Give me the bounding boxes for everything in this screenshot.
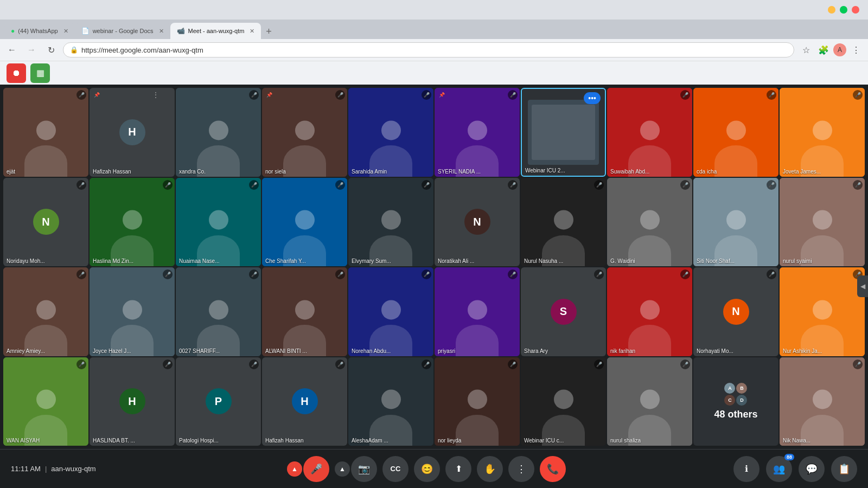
address-input[interactable]: 🔒 https://meet.google.com/aan-wuxg-qtm bbox=[63, 42, 794, 57]
participant-tile-22[interactable]: J 🎤 Joyce Hazel J... bbox=[90, 267, 175, 356]
participant-tile-36[interactable]: N 🎤 nor lieyda bbox=[435, 357, 520, 446]
ext-green-button[interactable]: ▦ bbox=[30, 63, 50, 83]
bookmark-button[interactable]: ☆ bbox=[799, 42, 814, 57]
mute-icon: 🎤 bbox=[422, 90, 431, 100]
participant-tile-26[interactable]: P 🎤 priyasri bbox=[435, 267, 520, 356]
participant-tile-10[interactable]: J 🎤 Joveta James... bbox=[780, 88, 865, 177]
maximize-button[interactable] bbox=[840, 6, 847, 14]
mute-icon: 🎤 bbox=[767, 180, 776, 190]
participant-tile-31[interactable]: W 🎤 WAN AISYAH bbox=[3, 357, 88, 446]
others-count: 48 others bbox=[714, 409, 757, 420]
more-options-button[interactable]: ⋮ bbox=[508, 456, 534, 482]
present-button[interactable]: ⬆ bbox=[445, 456, 471, 482]
participant-tile-2[interactable]: H 📌 ⋮ Hafizah Hassan bbox=[90, 88, 175, 177]
mute-icon: 🎤 bbox=[422, 180, 431, 190]
back-button[interactable]: ← bbox=[4, 42, 20, 57]
mic-arrow-button[interactable]: ▲ bbox=[287, 461, 302, 477]
participant-tile-32[interactable]: H 🎤 HASLINDA BT. ... bbox=[90, 357, 175, 446]
raise-hand-button[interactable]: ✋ bbox=[477, 456, 503, 482]
menu-button[interactable]: ⋮ bbox=[848, 42, 864, 57]
participant-tile-1[interactable]: E 🎤 ejàt bbox=[3, 88, 88, 177]
participant-tile-6[interactable]: S 🎤 📌 SYERIL NADIA ... bbox=[435, 88, 520, 177]
minimize-button[interactable] bbox=[828, 6, 835, 14]
participant-tile-7[interactable]: ••• Webinar ICU 2... bbox=[521, 88, 606, 177]
tab-whatsapp[interactable]: ● (44) WhatsApp ✕ bbox=[4, 23, 75, 39]
mute-icon: 🎤 bbox=[76, 180, 86, 190]
participant-tile-13[interactable]: N 🎤 Nuaimaa Nase... bbox=[176, 178, 261, 267]
participant-name: Siti Noor Shaf... bbox=[697, 258, 775, 264]
participant-tile-12[interactable]: H 🎤 Haslina Md Zin... bbox=[90, 178, 175, 267]
ext-record-button[interactable]: ⏺ bbox=[7, 63, 26, 83]
participant-tile-18[interactable]: G 🎤 G. Waidini bbox=[607, 178, 692, 267]
participant-tile-16[interactable]: N 🎤 Noratikah Ali ... bbox=[435, 178, 520, 267]
mute-icon: 🎤 bbox=[249, 90, 259, 100]
emoji-button[interactable]: 😊 bbox=[414, 456, 440, 482]
participant-tile-24[interactable]: A 🎤 ALWANI BINTI ... bbox=[262, 267, 347, 356]
participant-tile-25[interactable]: N 🎤 Norehan Abdu... bbox=[348, 267, 433, 356]
participant-tile-27[interactable]: S 🎤 Shara Ary bbox=[521, 267, 606, 356]
tab-docs[interactable]: 📄 webinar - Google Docs ✕ bbox=[75, 23, 170, 39]
participant-tile-37[interactable]: W 🎤 Webinar ICU c... bbox=[521, 357, 606, 446]
title-bar bbox=[0, 0, 868, 20]
participant-tile-34[interactable]: H 🎤 Hafizah Hassan bbox=[262, 357, 347, 446]
people-button[interactable]: 👥 88 bbox=[766, 456, 792, 482]
camera-arrow-button[interactable]: ▲ bbox=[335, 461, 350, 477]
browser-chrome: ● (44) WhatsApp ✕ 📄 webinar - Google Doc… bbox=[0, 0, 868, 85]
participant-tile-9[interactable]: C 🎤 cda icha bbox=[693, 88, 778, 177]
participant-name: WAN AISYAH bbox=[7, 438, 85, 444]
participant-avatar: H bbox=[119, 388, 145, 414]
activities-button[interactable]: 📋 bbox=[831, 456, 857, 482]
mute-icon: 🎤 bbox=[335, 180, 345, 190]
participant-tile-35[interactable]: A 🎤 AleshaAdam ... bbox=[348, 357, 433, 446]
participant-tile-29[interactable]: N 🎤 Norhayati Mo... bbox=[693, 267, 778, 356]
mute-icon: 🎤 bbox=[422, 359, 431, 369]
participant-tile-11[interactable]: N 🎤 Noridayu Moh... bbox=[3, 178, 88, 267]
tab-close-meet[interactable]: ✕ bbox=[250, 28, 254, 35]
extensions-button[interactable]: 🧩 bbox=[816, 42, 831, 57]
side-panel-toggle[interactable]: ◀ bbox=[857, 275, 868, 297]
participant-tile-39[interactable]: ABCD 48 others bbox=[693, 357, 778, 446]
participant-tile-38[interactable]: N 🎤 nurul shaliza bbox=[607, 357, 692, 446]
participant-tile-21[interactable]: A 🎤 Amniey Amiey... bbox=[3, 267, 88, 356]
camera-button[interactable]: 📷 bbox=[351, 456, 377, 482]
profile-button[interactable]: A bbox=[833, 43, 846, 56]
mute-icon: 🎤 bbox=[163, 359, 173, 369]
participant-tile-23[interactable]: 0 🎤 0027 SHARIFF... bbox=[176, 267, 261, 356]
mic-button[interactable]: 🎤 bbox=[303, 456, 329, 482]
participant-name: Norhayati Mo... bbox=[697, 348, 775, 354]
participant-tile-30[interactable]: N 🎤 Nur Ashikin Ja... bbox=[780, 267, 865, 356]
reload-button[interactable]: ↻ bbox=[43, 42, 59, 57]
participant-tile-20[interactable]: N 🎤 nurul syaimi bbox=[780, 178, 865, 267]
participant-tile-14[interactable]: C 🎤 Che Sharifah Y... bbox=[262, 178, 347, 267]
tab-close-whatsapp[interactable]: ✕ bbox=[63, 28, 68, 35]
participant-tile-28[interactable]: N 🎤 nik farihan bbox=[607, 267, 692, 356]
participant-name: Suwaibah Abd... bbox=[610, 169, 689, 175]
mute-icon: 🎤 bbox=[767, 90, 776, 100]
close-button[interactable] bbox=[852, 6, 859, 14]
participant-name: Sarahida Amin bbox=[352, 169, 430, 175]
end-call-button[interactable]: 📞 bbox=[540, 456, 566, 482]
url-text: https://meet.google.com/aan-wuxg-qtm bbox=[81, 46, 203, 54]
extensions-row: ⏺ ▦ bbox=[0, 61, 868, 85]
participant-name: Patologi Hospi... bbox=[179, 438, 258, 444]
participant-tile-4[interactable]: N 🎤 📌 nor siela bbox=[262, 88, 347, 177]
captions-button[interactable]: CC bbox=[382, 456, 409, 482]
participant-tile-33[interactable]: P 🎤 Patologi Hospi... bbox=[176, 357, 261, 446]
mute-icon: 🎤 bbox=[508, 359, 518, 369]
participant-tile-17[interactable]: N 🎤 Nurul Nasuha ... bbox=[521, 178, 606, 267]
mute-icon: 🎤 bbox=[76, 359, 86, 369]
tab-meet[interactable]: 📹 Meet - aan-wuxg-qtm ✕ bbox=[170, 23, 261, 39]
info-button[interactable]: ℹ bbox=[733, 456, 760, 482]
participant-tile-8[interactable]: S 🎤 Suwaibah Abd... bbox=[607, 88, 692, 177]
add-tab-button[interactable]: + bbox=[261, 24, 276, 39]
participant-tile-40[interactable]: N 🎤 Nik Nawa... bbox=[780, 357, 865, 446]
participant-tile-5[interactable]: S 🎤 Sarahida Amin bbox=[348, 88, 433, 177]
meeting-info: 11:11 AM | aan-wuxg-qtm bbox=[11, 465, 119, 473]
pin-icon: 📌 bbox=[437, 90, 446, 100]
participant-tile-3[interactable]: X 🎤 xandra Co. bbox=[176, 88, 261, 177]
forward-button[interactable]: → bbox=[24, 42, 39, 57]
participant-tile-19[interactable]: S 🎤 Siti Noor Shaf... bbox=[693, 178, 778, 267]
participant-tile-15[interactable]: E 🎤 Elvymary Sum... bbox=[348, 178, 433, 267]
chat-button[interactable]: 💬 bbox=[799, 456, 825, 482]
tab-close-docs[interactable]: ✕ bbox=[159, 28, 164, 35]
